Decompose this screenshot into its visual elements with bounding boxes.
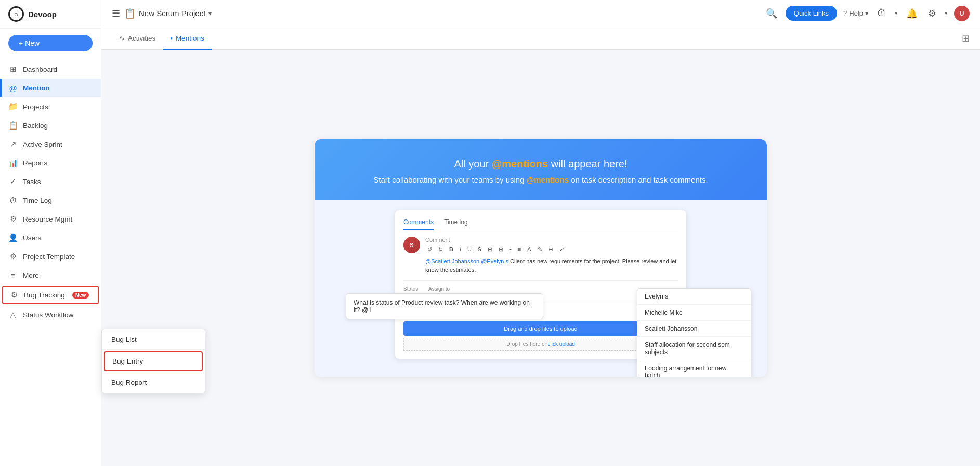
toolbar-tbl2[interactable]: ⊞ (496, 245, 505, 254)
sidebar-item-dashboard[interactable]: ⊞ Dashboard (0, 60, 101, 79)
new-button[interactable]: + New (8, 35, 93, 51)
projects-icon: 📁 (8, 102, 18, 111)
mentions-title-after: will appear here! (548, 158, 627, 170)
tab-activities[interactable]: ∿ Activities (112, 27, 163, 50)
topbar-right: 🔍 Quick Links ? Help ▾ ⏱ ▾ 🔔 ⚙ ▾ U (764, 6, 970, 21)
sidebar-item-label: Reports (23, 159, 47, 167)
settings-button[interactable]: ⚙ (926, 6, 938, 21)
search-button[interactable]: 🔍 (764, 6, 779, 21)
mention-dropdown: Evelyn s Michelle Mike Scatlett Johansso… (637, 288, 751, 377)
sidebar-item-label: Dashboard (23, 66, 57, 73)
preview-tab-comments[interactable]: Comments (403, 218, 434, 230)
tabs-right: ⊞ (962, 33, 970, 44)
preview-tabs: Comments Time log (403, 218, 678, 230)
backlog-icon: 📋 (8, 121, 18, 130)
project-name: New Scrum Project (139, 9, 205, 18)
toolbar-italic[interactable]: I (458, 245, 463, 254)
sidebar-item-resource-mgmt[interactable]: ⚙ Resource Mgmt (0, 210, 101, 228)
tab-activities-label: Activities (128, 34, 155, 42)
toolbar-underline[interactable]: U (465, 245, 474, 254)
mentions-subtitle-after: on task description and task comments. (569, 175, 708, 184)
mention-item-2[interactable]: Scatlett Johansson (637, 321, 751, 337)
toolbar-redo[interactable]: ↻ (436, 245, 445, 254)
project-template-icon: ⚙ (8, 252, 18, 261)
timer-button[interactable]: ⏱ (875, 6, 888, 21)
topbar: ☰ 📋 New Scrum Project ▾ 🔍 Quick Links ? … (101, 0, 980, 27)
sidebar-item-mention[interactable]: @ Mention (0, 79, 101, 97)
help-button[interactable]: ? Help ▾ (843, 9, 869, 17)
preview-tab-timelog[interactable]: Time log (444, 218, 468, 226)
bug-tracking-submenu: Bug List Bug Entry Bug Report (101, 329, 205, 393)
submenu-item-bug-list[interactable]: Bug List (102, 329, 205, 350)
topbar-chevron-icon[interactable]: ▾ (208, 10, 212, 17)
sidebar-item-time-log[interactable]: ⏱ Time Log (0, 191, 101, 210)
sidebar-item-label: Time Log (23, 197, 52, 204)
mentions-title-before: All your (454, 158, 492, 170)
toolbar-color-bg[interactable]: ✎ (535, 245, 544, 254)
submenu-item-bug-entry[interactable]: Bug Entry (104, 351, 203, 371)
users-icon: 👤 (8, 233, 18, 242)
status-label: Status (403, 286, 420, 292)
sidebar-item-bug-tracking[interactable]: ⚙ Bug Tracking New (2, 286, 99, 304)
sidebar-item-projects[interactable]: 📁 Projects (0, 97, 101, 116)
toolbar-bullet[interactable]: • (507, 245, 514, 254)
bug-tracking-icon: ⚙ (9, 290, 19, 300)
sidebar-item-users[interactable]: 👤 Users (0, 228, 101, 247)
sidebar-item-active-sprint[interactable]: ↗ Active Sprint (0, 135, 101, 153)
assign-label: Assign to (428, 286, 468, 292)
question-text: What is status of Product review task? W… (354, 299, 530, 314)
mention-2: @Evelyn s (481, 258, 508, 264)
resource-mgmt-icon: ⚙ (8, 214, 18, 224)
time-log-icon: ⏱ (8, 196, 18, 205)
sidebar-nav: ⊞ Dashboard @ Mention 📁 Projects 📋 Backl… (0, 58, 101, 466)
topbar-menu-icon[interactable]: ☰ (112, 8, 120, 19)
active-sprint-icon: ↗ (8, 139, 18, 149)
status-workflow-icon: △ (8, 310, 18, 319)
toolbar-attach[interactable]: ⊕ (546, 245, 555, 254)
sidebar-item-label: Active Sprint (23, 140, 62, 148)
toolbar-strike[interactable]: S̶ (476, 245, 484, 254)
toolbar-color-a[interactable]: A (525, 245, 533, 254)
sidebar-item-label: Projects (23, 103, 48, 111)
sidebar-item-label: More (23, 271, 39, 279)
mention-item-1[interactable]: Michelle Mike (637, 305, 751, 321)
sidebar-item-more[interactable]: ≡ More (0, 266, 101, 284)
toolbar-expand[interactable]: ⤢ (557, 245, 566, 254)
sidebar-logo: ○ Devoop (0, 0, 101, 29)
sidebar-item-project-template[interactable]: ⚙ Project Template (0, 247, 101, 266)
tab-mentions[interactable]: ▪ Mentions (163, 27, 211, 50)
quick-links-button[interactable]: Quick Links (786, 6, 837, 21)
tab-mentions-label: Mentions (176, 34, 204, 42)
content-area: All your @mentions will appear here! Sta… (101, 50, 980, 466)
dashboard-icon: ⊞ (8, 64, 18, 74)
click-upload-link[interactable]: click upload (548, 341, 575, 347)
preview-comment-row: S Comment ↺ ↻ B I U S̶ ⊟ (403, 237, 678, 274)
sidebar-item-label: Resource Mgmt (23, 215, 72, 223)
sidebar-item-backlog[interactable]: 📋 Backlog (0, 116, 101, 135)
toolbar-tbl1[interactable]: ⊟ (486, 245, 494, 254)
sidebar-item-status-workflow[interactable]: △ Status Workflow (0, 305, 101, 324)
mention-item-4[interactable]: Fooding arrangement for new batch (637, 360, 751, 377)
sidebar-item-reports[interactable]: 📊 Reports (0, 153, 101, 172)
sidebar-item-label: Status Workflow (23, 311, 73, 319)
mention-item-0[interactable]: Evelyn s (637, 289, 751, 305)
user-avatar[interactable]: U (954, 6, 970, 21)
toolbar-list[interactable]: ≡ (516, 245, 523, 254)
mention-item-3[interactable]: Staff allocation for second sem subjects (637, 337, 751, 360)
grid-view-icon[interactable]: ⊞ (962, 33, 970, 44)
notifications-button[interactable]: 🔔 (904, 6, 920, 21)
mention-1: @Scatlett Johansson (425, 258, 479, 264)
toolbar-undo[interactable]: ↺ (425, 245, 434, 254)
drag-drop-text: Drag and drop files to upload (504, 326, 577, 332)
toolbar-bold[interactable]: B (447, 245, 455, 254)
project-icon: 📋 (124, 8, 136, 19)
main-area: ☰ 📋 New Scrum Project ▾ 🔍 Quick Links ? … (101, 0, 980, 466)
mentions-title: All your @mentions will appear here! (335, 158, 746, 170)
mentions-subtitle-before: Start collaborating with your teams by u… (373, 175, 526, 184)
sidebar-item-tasks[interactable]: ✓ Tasks (0, 172, 101, 191)
sidebar-item-label: Users (23, 234, 41, 242)
comment-label: Comment (425, 237, 678, 243)
reports-icon: 📊 (8, 158, 18, 167)
timer-chevron-icon: ▾ (895, 10, 898, 17)
submenu-item-bug-report[interactable]: Bug Report (102, 372, 205, 393)
